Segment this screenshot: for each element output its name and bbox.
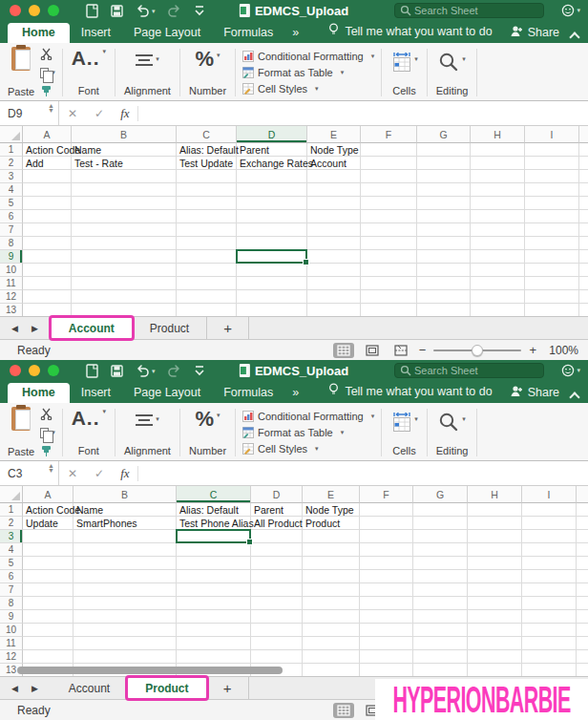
cell-G9[interactable]: [413, 610, 468, 624]
cell-A7[interactable]: [23, 583, 74, 597]
paste-button[interactable]: Paste: [8, 47, 34, 98]
cell-F12[interactable]: [360, 650, 413, 664]
row-header-2[interactable]: 2: [0, 517, 23, 530]
cell-H8[interactable]: [471, 237, 525, 250]
format-as-table-button[interactable]: Format as Table▾: [242, 65, 374, 79]
cell-B4[interactable]: [72, 183, 177, 197]
cell-F10[interactable]: [361, 264, 417, 277]
redo-icon[interactable]: [168, 365, 181, 377]
customize-toolbar-icon[interactable]: [194, 365, 205, 376]
cell-B6[interactable]: [72, 210, 177, 223]
cell-I2[interactable]: [525, 157, 579, 170]
tell-me-box[interactable]: Tell me what you want to do: [328, 23, 492, 43]
cell-D12[interactable]: [251, 650, 303, 664]
cell-H3[interactable]: [471, 170, 525, 183]
cell-F8[interactable]: [361, 237, 417, 250]
cell-B5[interactable]: [74, 557, 177, 570]
cut-button[interactable]: [40, 48, 55, 60]
cell-B5[interactable]: [72, 197, 177, 210]
cell-H9[interactable]: [468, 610, 522, 624]
column-header-B[interactable]: B: [72, 126, 177, 143]
cell-B4[interactable]: [74, 543, 177, 557]
cell-A5[interactable]: [23, 197, 72, 210]
number-group-button[interactable]: %▾Number: [187, 47, 228, 98]
cell-C13[interactable]: [177, 304, 237, 316]
copy-button[interactable]: ▾: [40, 67, 55, 79]
sheet-tab-product[interactable]: Product: [128, 677, 206, 699]
column-header-F[interactable]: F: [361, 126, 417, 143]
tab-home[interactable]: Home: [8, 23, 70, 43]
cell-C9[interactable]: [177, 610, 251, 624]
row-header-5[interactable]: 5: [0, 197, 23, 210]
cell-G8[interactable]: [413, 597, 468, 610]
column-header-A[interactable]: A: [23, 486, 74, 503]
column-header-E[interactable]: E: [303, 486, 360, 503]
cell-C8[interactable]: [177, 237, 237, 250]
row-header-4[interactable]: 4: [0, 543, 23, 557]
row-header-3[interactable]: 3: [0, 170, 23, 183]
cell-H1[interactable]: [471, 143, 525, 157]
cell-G12[interactable]: [417, 290, 471, 304]
cell-I8[interactable]: [525, 237, 579, 250]
cancel-entry-icon[interactable]: ✕: [59, 467, 86, 480]
editing-group-button[interactable]: ▾Editing: [434, 407, 471, 458]
cell-A10[interactable]: [23, 624, 74, 637]
cell-H2[interactable]: [468, 517, 522, 530]
row-header-1[interactable]: 1: [0, 503, 23, 517]
cell-D13[interactable]: [237, 304, 307, 316]
column-header-A[interactable]: A: [23, 126, 72, 143]
cell-G11[interactable]: [417, 277, 471, 290]
cell-H10[interactable]: [471, 264, 525, 277]
cell-E3[interactable]: [307, 170, 361, 183]
row-header-9[interactable]: 9: [0, 610, 23, 624]
cell-E7[interactable]: [307, 223, 361, 237]
cell-B6[interactable]: [74, 570, 177, 583]
cell-B1[interactable]: Name: [72, 143, 177, 157]
cell-C10[interactable]: [177, 624, 251, 637]
column-header-C[interactable]: C: [177, 126, 237, 143]
tell-me-box[interactable]: Tell me what you want to do: [328, 383, 492, 403]
cell-E3[interactable]: [303, 530, 360, 543]
feedback-smiley-icon[interactable]: ▾: [561, 4, 580, 17]
select-all-corner[interactable]: [0, 486, 23, 503]
redo-icon[interactable]: [168, 5, 181, 17]
cell-C2[interactable]: Test Update: [177, 157, 237, 170]
cell-E12[interactable]: [307, 290, 361, 304]
cell-B1[interactable]: Name: [74, 503, 177, 517]
cell-C4[interactable]: [177, 183, 237, 197]
cell-E5[interactable]: [307, 197, 361, 210]
customize-toolbar-icon[interactable]: [194, 5, 205, 16]
cell-D6[interactable]: [251, 570, 303, 583]
cell-B11[interactable]: [72, 277, 177, 290]
sheet-tab-account[interactable]: Account: [52, 317, 133, 339]
cell-D6[interactable]: [237, 210, 307, 223]
font-group-button[interactable]: A..▾Font: [70, 407, 108, 458]
row-header-4[interactable]: 4: [0, 183, 23, 197]
cell-A4[interactable]: [23, 543, 74, 557]
cell-H4[interactable]: [468, 543, 522, 557]
cell-I11[interactable]: [525, 277, 579, 290]
cell-A8[interactable]: [23, 237, 72, 250]
cell-F8[interactable]: [360, 597, 413, 610]
cell-A3[interactable]: [23, 530, 74, 543]
normal-view-button[interactable]: [333, 703, 354, 718]
cell-E1[interactable]: Node Type: [303, 503, 360, 517]
zoom-window-button[interactable]: [48, 365, 59, 376]
cell-C6[interactable]: [177, 210, 237, 223]
tab-formulas[interactable]: Formulas: [212, 383, 284, 403]
tab-page-layout[interactable]: Page Layout: [122, 383, 212, 403]
cells-group-button[interactable]: ▾Cells: [388, 407, 420, 458]
cell-G6[interactable]: [417, 210, 471, 223]
cell-F7[interactable]: [360, 583, 413, 597]
cell-E9[interactable]: [303, 610, 360, 624]
cell-E8[interactable]: [303, 597, 360, 610]
font-group-button[interactable]: A..▾Font: [70, 47, 108, 98]
cell-E2[interactable]: Product: [303, 517, 360, 530]
cell-B13[interactable]: [72, 304, 177, 316]
cell-D5[interactable]: [251, 557, 303, 570]
name-box-stepper[interactable]: ▲▼: [48, 104, 54, 113]
cut-button[interactable]: [40, 408, 55, 420]
cell-A10[interactable]: [23, 264, 72, 277]
cell-G6[interactable]: [413, 570, 468, 583]
cell-G11[interactable]: [413, 637, 468, 650]
